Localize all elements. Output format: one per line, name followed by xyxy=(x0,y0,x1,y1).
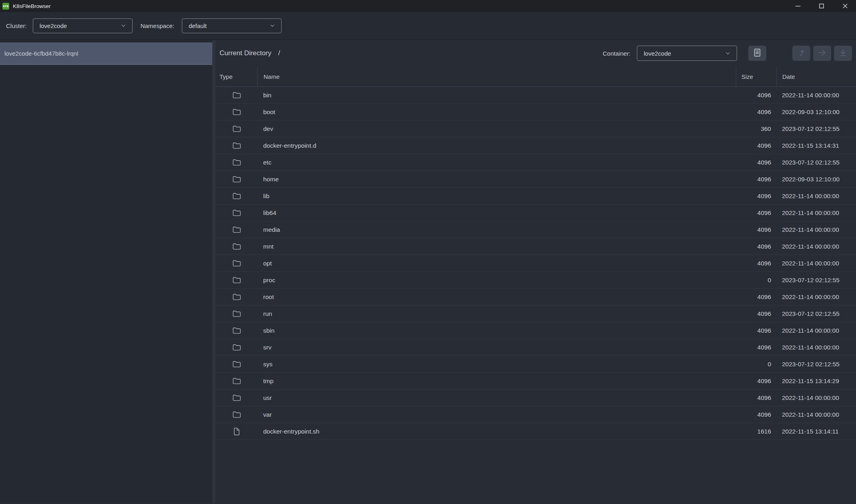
container-select-value: love2code xyxy=(644,50,671,57)
parent-directory-button[interactable] xyxy=(792,46,810,61)
file-type-cell xyxy=(216,208,257,217)
table-row[interactable]: boot 4096 2022-09-03 12:10:00 xyxy=(216,104,856,120)
table-row[interactable]: home 4096 2022-09-03 12:10:00 xyxy=(216,171,856,188)
table-row[interactable]: var 4096 2022-11-14 00:00:00 xyxy=(216,406,856,423)
file-size: 1616 xyxy=(736,428,776,435)
table-row[interactable]: proc 0 2023-07-12 02:12:55 xyxy=(216,272,856,289)
file-type-cell xyxy=(216,326,257,335)
file-date: 2022-11-14 00:00:00 xyxy=(776,293,856,301)
folder-icon xyxy=(232,376,241,386)
container-select[interactable]: love2code xyxy=(637,46,737,61)
file-date: 2022-09-03 12:10:00 xyxy=(776,176,856,183)
folder-icon xyxy=(232,208,241,217)
folder-icon xyxy=(232,292,241,301)
file-type-cell xyxy=(216,225,257,234)
table-row[interactable]: tmp 4096 2022-11-15 13:14:29 xyxy=(216,373,856,390)
file-date: 2022-11-14 00:00:00 xyxy=(776,226,856,233)
file-name: var xyxy=(257,411,736,418)
file-name: dev xyxy=(257,125,736,133)
file-date: 2023-07-12 02:12:55 xyxy=(776,277,856,284)
file-type-cell xyxy=(216,124,257,133)
table-row[interactable]: sbin 4096 2022-11-14 00:00:00 xyxy=(216,322,856,339)
table-row[interactable]: sys 0 2023-07-12 02:12:55 xyxy=(216,356,856,373)
folder-icon xyxy=(232,191,241,201)
file-name: bin xyxy=(257,92,736,99)
chevron-down-icon xyxy=(724,50,731,57)
cluster-label: Cluster: xyxy=(6,22,27,29)
minimize-button[interactable] xyxy=(788,0,808,12)
table-row[interactable]: etc 4096 2023-07-12 02:12:55 xyxy=(216,154,856,171)
window-title: K8sFileBrowser xyxy=(13,3,51,9)
enter-directory-button[interactable] xyxy=(813,46,831,61)
file-size: 360 xyxy=(736,125,776,133)
file-name: docker-entrypoint.d xyxy=(257,142,736,149)
file-date: 2022-11-14 00:00:00 xyxy=(776,327,856,334)
table-row[interactable]: bin 4096 2022-11-14 00:00:00 xyxy=(216,87,856,104)
file-type-cell xyxy=(216,309,257,318)
file-type-cell xyxy=(216,175,257,184)
file-date: 2022-11-14 00:00:00 xyxy=(776,260,856,267)
table-row[interactable]: dev 360 2023-07-12 02:12:55 xyxy=(216,120,856,137)
k8s-file-browser-window: KFB K8sFileBrowser Cluster: love xyxy=(0,0,856,504)
column-header-type: Type xyxy=(216,66,257,86)
file-date: 2022-11-14 00:00:00 xyxy=(776,411,856,418)
close-icon xyxy=(841,2,850,10)
file-size: 4096 xyxy=(736,193,776,200)
table-row[interactable]: lib64 4096 2022-11-14 00:00:00 xyxy=(216,205,856,221)
table-row[interactable]: srv 4096 2022-11-14 00:00:00 xyxy=(216,339,856,356)
folder-icon xyxy=(232,393,241,402)
content-area: love2code-6cfbd47b8c-lrqnl Current Direc… xyxy=(0,40,856,503)
column-header-date: Date xyxy=(776,66,856,86)
cluster-select[interactable]: love2code xyxy=(33,18,133,33)
table-row[interactable]: docker-entrypoint.sh 1616 2022-11-15 13:… xyxy=(216,423,856,440)
file-type-cell xyxy=(216,343,257,352)
pod-name: love2code-6cfbd47b8c-lrqnl xyxy=(4,50,78,57)
pod-list-sidebar: love2code-6cfbd47b8c-lrqnl xyxy=(0,40,212,503)
app-icon: KFB xyxy=(2,3,9,10)
file-size: 4096 xyxy=(736,344,776,351)
file-type-cell xyxy=(216,393,257,402)
file-size: 4096 xyxy=(736,260,776,267)
table-row[interactable]: media 4096 2022-11-14 00:00:00 xyxy=(216,221,856,238)
folder-icon xyxy=(232,107,241,116)
table-row[interactable]: run 4096 2023-07-12 02:12:55 xyxy=(216,305,856,322)
table-row[interactable]: opt 4096 2022-11-14 00:00:00 xyxy=(216,255,856,272)
file-icon xyxy=(232,427,241,436)
current-directory-label: Current Directory xyxy=(220,49,271,57)
sidebar-divider xyxy=(212,40,216,503)
arrow-up-icon xyxy=(796,48,806,59)
file-type-cell xyxy=(216,292,257,301)
file-size: 4096 xyxy=(736,176,776,183)
current-directory-path: / xyxy=(278,49,280,57)
table-row[interactable]: usr 4096 2022-11-14 00:00:00 xyxy=(216,390,856,406)
file-name: lib xyxy=(257,193,736,200)
file-name: lib64 xyxy=(257,209,736,217)
folder-icon xyxy=(232,275,241,285)
file-size: 0 xyxy=(736,361,776,368)
pod-list-item[interactable]: love2code-6cfbd47b8c-lrqnl xyxy=(0,42,212,65)
file-size: 0 xyxy=(736,277,776,284)
maximize-button[interactable] xyxy=(812,0,832,12)
table-row[interactable]: root 4096 2022-11-14 00:00:00 xyxy=(216,289,856,305)
file-type-cell xyxy=(216,427,257,436)
folder-icon xyxy=(232,158,241,167)
download-button[interactable] xyxy=(834,46,852,61)
table-row[interactable]: mnt 4096 2022-11-14 00:00:00 xyxy=(216,238,856,255)
file-type-cell xyxy=(216,376,257,386)
chevron-down-icon xyxy=(120,22,127,29)
folder-icon xyxy=(232,309,241,318)
file-date: 2022-11-14 00:00:00 xyxy=(776,92,856,99)
container-label: Container: xyxy=(603,50,630,57)
folder-icon xyxy=(232,90,241,100)
file-type-cell xyxy=(216,359,257,369)
file-date: 2023-07-12 02:12:55 xyxy=(776,310,856,317)
file-type-cell xyxy=(216,275,257,285)
namespace-select[interactable]: default xyxy=(182,18,282,33)
column-header-name: Name xyxy=(257,66,736,86)
close-button[interactable] xyxy=(835,0,855,12)
view-log-button[interactable] xyxy=(748,46,766,61)
table-row[interactable]: lib 4096 2022-11-14 00:00:00 xyxy=(216,188,856,205)
file-type-cell xyxy=(216,410,257,419)
file-name: tmp xyxy=(257,377,736,385)
table-row[interactable]: docker-entrypoint.d 4096 2022-11-15 13:1… xyxy=(216,137,856,154)
